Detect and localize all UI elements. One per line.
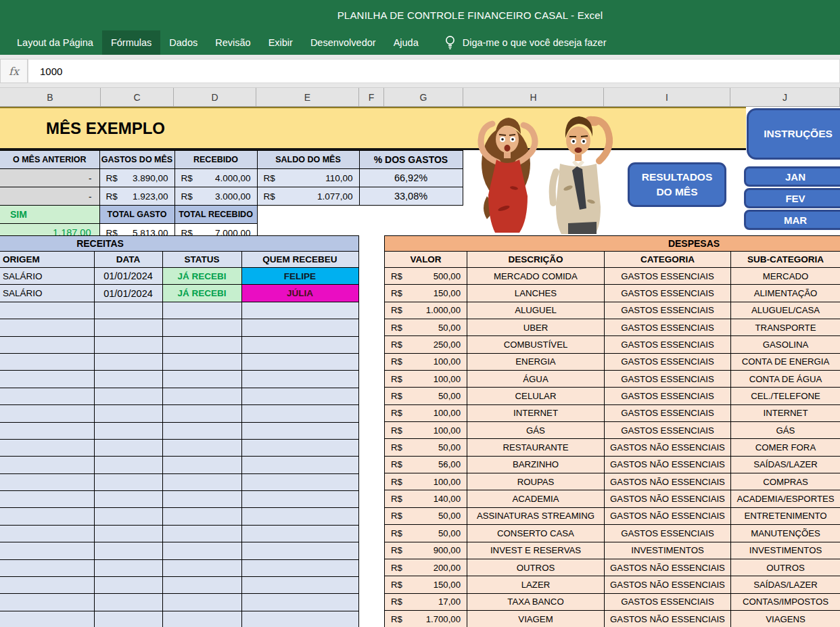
despesas-descricao-cell[interactable]: UBER [467, 319, 605, 336]
empty-cell[interactable] [162, 577, 241, 594]
despesas-descricao-cell[interactable]: TAXA BANCO [467, 593, 605, 610]
empty-cell[interactable] [162, 405, 241, 422]
despesas-sub-cell[interactable]: ALUGUEL/CASA [731, 302, 840, 319]
summary-prev-cell[interactable]: - [0, 169, 99, 187]
summary-gastos-cell[interactable]: R$3.890,00 [99, 169, 174, 187]
receitas-status-cell[interactable]: JÁ RECEBI [162, 285, 241, 302]
despesas-categoria-cell[interactable]: GASTOS ESSENCIAIS [605, 285, 731, 302]
despesas-sub-cell[interactable]: COMER FORA [731, 439, 840, 456]
summary-prev-cell[interactable]: - [0, 187, 99, 206]
summary-recebido-cell[interactable]: R$3.000,00 [174, 187, 257, 206]
summary-recebido-cell[interactable]: R$4.000,00 [174, 169, 257, 187]
empty-cell[interactable] [241, 302, 358, 319]
despesas-descricao-cell[interactable]: ASSINATURAS STREAMING [467, 507, 605, 524]
empty-cell[interactable] [94, 542, 162, 559]
empty-cell[interactable] [94, 388, 162, 404]
empty-cell[interactable] [94, 422, 162, 439]
column-header-h[interactable]: H [463, 88, 604, 106]
summary-header-recebido[interactable]: RECEBIDO [174, 151, 257, 169]
tab-layout-da-pagina[interactable]: Layout da Página [8, 30, 102, 55]
empty-cell[interactable] [241, 525, 358, 542]
column-header-g[interactable]: G [384, 88, 463, 106]
despesas-sub-cell[interactable]: SAÍDAS/LAZER [731, 576, 840, 593]
despesas-categoria-cell[interactable]: GASTOS NÃO ESSENCIAIS [605, 507, 731, 524]
formula-input[interactable]: 1000 [28, 59, 840, 83]
month-banner[interactable]: MÊS EXEMPLO [0, 107, 746, 150]
empty-cell[interactable] [162, 371, 241, 388]
empty-cell[interactable] [241, 577, 358, 594]
despesas-title[interactable]: DESPESAS [385, 236, 840, 252]
despesas-descricao-cell[interactable]: VIAGEM [467, 610, 605, 627]
empty-cell[interactable] [162, 542, 241, 559]
empty-cell[interactable] [162, 388, 241, 404]
despesas-header-categoria[interactable]: CATEGORIA [605, 252, 731, 268]
despesas-valor-cell[interactable]: R$1.000,00 [385, 302, 467, 319]
despesas-categoria-cell[interactable]: GASTOS NÃO ESSENCIAIS [605, 610, 731, 627]
column-header-b[interactable]: B [0, 88, 101, 106]
despesas-categoria-cell[interactable]: GASTOS ESSENCIAIS [605, 388, 731, 404]
column-header-e[interactable]: E [256, 88, 359, 106]
empty-cell[interactable] [0, 559, 94, 576]
summary-saldo-cell[interactable]: R$110,00 [257, 169, 359, 187]
despesas-sub-cell[interactable]: ACADEMIA/ESPORTES [731, 490, 840, 507]
despesas-descricao-cell[interactable]: COMBUSTÍVEL [467, 336, 605, 353]
despesas-sub-cell[interactable]: GÁS [731, 422, 840, 439]
despesas-categoria-cell[interactable]: GASTOS ESSENCIAIS [605, 319, 731, 336]
despesas-categoria-cell[interactable]: GASTOS ESSENCIAIS [605, 302, 731, 319]
empty-cell[interactable] [162, 353, 241, 370]
despesas-descricao-cell[interactable]: ROUPAS [467, 473, 605, 490]
despesas-valor-cell[interactable]: R$900,00 [385, 542, 467, 559]
column-header-j[interactable]: J [730, 88, 840, 106]
despesas-sub-cell[interactable]: CEL./TELEFONE [731, 388, 840, 404]
despesas-categoria-cell[interactable]: GASTOS NÃO ESSENCIAIS [605, 473, 731, 490]
empty-cell[interactable] [94, 594, 162, 611]
despesas-descricao-cell[interactable]: CELULAR [467, 388, 605, 404]
column-header-i[interactable]: I [604, 88, 730, 106]
despesas-valor-cell[interactable]: R$1.700,00 [385, 610, 467, 627]
despesas-descricao-cell[interactable]: CONSERTO CASA [467, 525, 605, 542]
empty-cell[interactable] [162, 319, 241, 336]
summary-header-pct[interactable]: % DOS GASTOS [359, 151, 463, 169]
empty-cell[interactable] [162, 422, 241, 439]
empty-cell[interactable] [162, 473, 241, 490]
receitas-quem-cell[interactable]: JÚLIA [241, 285, 358, 302]
despesas-categoria-cell[interactable]: GASTOS ESSENCIAIS [605, 593, 731, 610]
empty-cell[interactable] [0, 371, 94, 388]
despesas-categoria-cell[interactable]: GASTOS ESSENCIAIS [605, 353, 731, 370]
despesas-valor-cell[interactable]: R$50,00 [385, 525, 467, 542]
tab-desenvolvedor[interactable]: Desenvolvedor [302, 30, 385, 55]
empty-cell[interactable] [0, 405, 94, 422]
despesas-valor-cell[interactable]: R$50,00 [385, 439, 467, 456]
empty-cell[interactable] [94, 439, 162, 456]
receitas-quem-cell[interactable]: FELIPE [241, 268, 358, 285]
despesas-categoria-cell[interactable]: GASTOS NÃO ESSENCIAIS [605, 490, 731, 507]
tab-exibir[interactable]: Exibir [260, 30, 302, 55]
despesas-header-descricao[interactable]: DESCRIÇÃO [467, 252, 605, 268]
empty-cell[interactable] [0, 422, 94, 439]
empty-cell[interactable] [0, 473, 94, 490]
despesas-valor-cell[interactable]: R$50,00 [385, 388, 467, 404]
despesas-sub-cell[interactable]: COMPRAS [731, 473, 840, 490]
empty-cell[interactable] [94, 525, 162, 542]
empty-cell[interactable] [94, 491, 162, 508]
receitas-header-origem[interactable]: ORIGEM [0, 252, 94, 268]
empty-cell[interactable] [241, 491, 358, 508]
empty-cell[interactable] [0, 353, 94, 370]
empty-cell[interactable] [241, 439, 358, 456]
despesas-descricao-cell[interactable]: ÁGUA [467, 371, 605, 388]
empty-cell[interactable] [241, 457, 358, 473]
receitas-origem-cell[interactable]: SALÁRIO [0, 285, 94, 302]
receitas-origem-cell[interactable]: SALÁRIO [0, 268, 94, 285]
empty-cell[interactable] [0, 611, 94, 627]
empty-cell[interactable] [94, 319, 162, 336]
month-fev-button[interactable]: FEV [744, 188, 840, 208]
despesas-descricao-cell[interactable]: INTERNET [467, 404, 605, 421]
receitas-status-cell[interactable]: JÁ RECEBI [162, 268, 241, 285]
despesas-descricao-cell[interactable]: BARZINHO [467, 456, 605, 473]
receitas-title[interactable]: RECEITAS [0, 236, 358, 252]
despesas-sub-cell[interactable]: ENTRETENIMENTO [731, 507, 840, 524]
empty-cell[interactable] [94, 577, 162, 594]
empty-cell[interactable] [0, 302, 94, 319]
summary-pct-cell[interactable]: 66,92% [359, 169, 463, 187]
despesas-descricao-cell[interactable]: ACADEMIA [467, 490, 605, 507]
